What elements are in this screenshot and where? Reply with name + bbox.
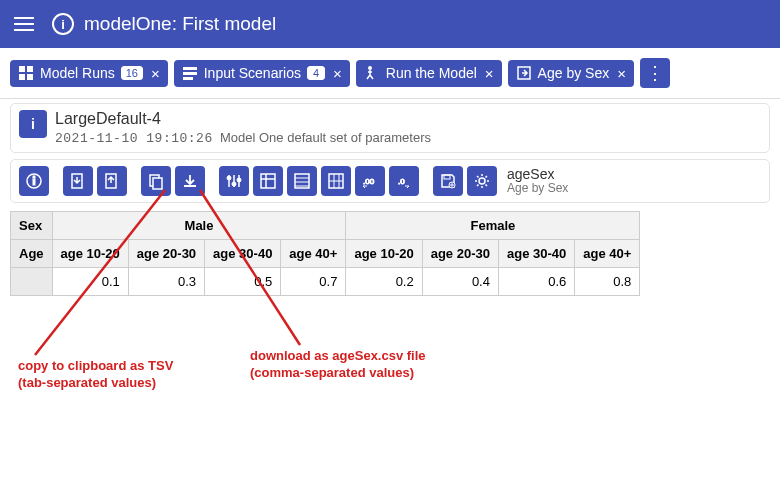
tab-label: Age by Sex: [538, 65, 610, 81]
scenario-panel: i LargeDefault-4 2021-11-10 19:10:26 Mod…: [10, 103, 770, 153]
increase-decimals-button[interactable]: .00: [355, 166, 385, 196]
svg-rect-5: [183, 72, 197, 75]
scenario-title: LargeDefault-4: [55, 110, 431, 128]
svg-rect-6: [183, 77, 193, 80]
svg-rect-15: [153, 178, 162, 189]
svg-point-7: [368, 66, 372, 70]
cell[interactable]: 0.2: [346, 268, 422, 296]
svg-rect-1: [27, 66, 33, 72]
run-icon: [364, 65, 380, 81]
svg-text:.00: .00: [363, 177, 375, 186]
toolbar: .00 .0 ageSex Age by Sex: [10, 159, 770, 203]
col-header: age 40+: [281, 240, 346, 268]
cell[interactable]: 0.7: [281, 268, 346, 296]
parameter-desc: Age by Sex: [507, 182, 568, 196]
svg-rect-11: [33, 176, 35, 178]
data-table: Sex Male Female Age age 10-20 age 20-30 …: [10, 211, 640, 296]
settings-button[interactable]: [467, 166, 497, 196]
grid-view-button[interactable]: [321, 166, 351, 196]
tab-label: Input Scenarios: [204, 65, 301, 81]
pivot-button[interactable]: [253, 166, 283, 196]
sex-header-male: Male: [52, 212, 346, 240]
scenario-timestamp: 2021-11-10 19:10:26: [55, 131, 213, 146]
tab-badge: 4: [307, 66, 325, 80]
copy-tsv-button[interactable]: [141, 166, 171, 196]
col-header: age 30-40: [498, 240, 574, 268]
tab-model-runs[interactable]: Model Runs 16 ×: [10, 60, 168, 87]
svg-point-16: [227, 176, 231, 180]
tab-label: Model Runs: [40, 65, 115, 81]
cell[interactable]: 0.3: [128, 268, 204, 296]
scenarios-icon: [182, 65, 198, 81]
col-header: age 30-40: [205, 240, 281, 268]
svg-rect-10: [33, 179, 35, 185]
tab-bar: Model Runs 16 × Input Scenarios 4 × Run …: [0, 48, 780, 99]
file-import-button[interactable]: [63, 166, 93, 196]
table-row: 0.1 0.3 0.5 0.7 0.2 0.4 0.6 0.8: [11, 268, 640, 296]
parameter-name: ageSex: [507, 166, 568, 182]
col-header: age 20-30: [128, 240, 204, 268]
download-csv-button[interactable]: [175, 166, 205, 196]
parameter-label: ageSex Age by Sex: [507, 166, 568, 196]
app-header: i modelOne: First model: [0, 0, 780, 48]
cell[interactable]: 0.6: [498, 268, 574, 296]
annotation-copy: copy to clipboard as TSV (tab-separated …: [18, 358, 173, 392]
col-header: age 40+: [575, 240, 640, 268]
svg-point-34: [479, 178, 485, 184]
svg-rect-19: [261, 174, 275, 188]
corner-sex: Sex: [11, 212, 53, 240]
cell[interactable]: 0.8: [575, 268, 640, 296]
close-icon[interactable]: ×: [617, 65, 626, 82]
annotation-download: download as ageSex.csv file (comma-separ…: [250, 348, 426, 382]
info-button[interactable]: [19, 166, 49, 196]
tab-run-model[interactable]: Run the Model ×: [356, 60, 502, 87]
file-export-button[interactable]: [97, 166, 127, 196]
info-icon[interactable]: i: [52, 13, 74, 35]
tab-age-by-sex[interactable]: Age by Sex ×: [508, 60, 634, 87]
scenario-info-button[interactable]: i: [19, 110, 47, 138]
close-icon[interactable]: ×: [485, 65, 494, 82]
hamburger-menu-icon[interactable]: [10, 10, 38, 38]
tab-label: Run the Model: [386, 65, 477, 81]
svg-text:.0: .0: [398, 177, 405, 186]
svg-rect-0: [19, 66, 25, 72]
col-header: age 10-20: [52, 240, 128, 268]
cell[interactable]: 0.5: [205, 268, 281, 296]
svg-point-18: [237, 178, 241, 182]
tab-input-scenarios[interactable]: Input Scenarios 4 ×: [174, 60, 350, 87]
sex-header-female: Female: [346, 212, 640, 240]
grid-icon: [18, 65, 34, 81]
svg-rect-2: [19, 74, 25, 80]
cell[interactable]: 0.1: [52, 268, 128, 296]
close-icon[interactable]: ×: [151, 65, 160, 82]
save-settings-button[interactable]: [433, 166, 463, 196]
svg-rect-4: [183, 67, 197, 70]
list-view-button[interactable]: [287, 166, 317, 196]
filter-button[interactable]: [219, 166, 249, 196]
close-icon[interactable]: ×: [333, 65, 342, 82]
col-header: age 10-20: [346, 240, 422, 268]
svg-rect-3: [27, 74, 33, 80]
more-tabs-button[interactable]: ⋮: [640, 58, 670, 88]
col-header: age 20-30: [422, 240, 498, 268]
row-header: [11, 268, 53, 296]
decrease-decimals-button[interactable]: .0: [389, 166, 419, 196]
scenario-description: Model One default set of parameters: [220, 130, 431, 145]
scenario-subtitle: 2021-11-10 19:10:26 Model One default se…: [55, 130, 431, 146]
page-title: modelOne: First model: [84, 13, 276, 35]
tab-badge: 16: [121, 66, 143, 80]
svg-point-17: [232, 182, 236, 186]
export-icon: [516, 65, 532, 81]
cell[interactable]: 0.4: [422, 268, 498, 296]
corner-age: Age: [11, 240, 53, 268]
